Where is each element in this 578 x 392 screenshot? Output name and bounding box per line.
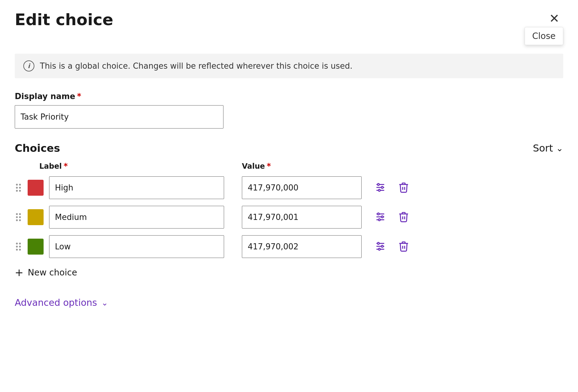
choice-label-input[interactable]	[49, 235, 224, 258]
info-banner: i This is a global choice. Changes will …	[15, 54, 563, 78]
display-name-label: Display name *	[15, 92, 563, 101]
choice-delete-button[interactable]	[396, 239, 411, 255]
svg-point-16	[381, 245, 383, 247]
advanced-options-chevron-icon: ⌄	[101, 298, 108, 307]
choices-header: Choices Sort ⌄	[15, 142, 563, 154]
label-column-header: Label *	[39, 162, 217, 171]
value-required-star: *	[267, 162, 271, 171]
choice-rows-container	[15, 176, 563, 258]
value-column-header: Value *	[242, 162, 271, 171]
choice-label-input[interactable]	[49, 206, 224, 229]
choice-label-input[interactable]	[49, 176, 224, 199]
plus-icon: +	[15, 267, 24, 278]
info-banner-text: This is a global choice. Changes will be…	[40, 61, 352, 71]
svg-point-15	[378, 242, 379, 244]
svg-point-10	[381, 216, 383, 217]
choice-delete-button[interactable]	[396, 180, 411, 196]
choice-value-input[interactable]	[242, 176, 362, 199]
sort-chevron-icon: ⌄	[556, 143, 563, 153]
choices-columns-header: Label * Value *	[15, 162, 563, 171]
svg-point-17	[378, 248, 380, 250]
svg-point-5	[378, 189, 380, 191]
edit-choice-dialog: Edit choice ✕ Close i This is a global c…	[0, 0, 578, 392]
close-x-button[interactable]: ✕	[547, 11, 562, 26]
close-tooltip: Close	[525, 27, 563, 45]
color-swatch[interactable]	[28, 180, 44, 196]
choice-row	[15, 176, 563, 199]
sort-button[interactable]: Sort ⌄	[533, 142, 563, 154]
drag-handle[interactable]	[15, 212, 22, 222]
advanced-options-button[interactable]: Advanced options ⌄	[15, 295, 108, 310]
choice-value-input[interactable]	[242, 206, 362, 229]
choice-value-input[interactable]	[242, 235, 362, 258]
drag-handle[interactable]	[15, 183, 22, 193]
svg-point-11	[378, 219, 380, 221]
label-required-star: *	[64, 162, 68, 171]
info-icon: i	[23, 60, 34, 71]
choice-config-button[interactable]	[373, 180, 388, 196]
dialog-header: Edit choice ✕ Close	[15, 11, 563, 45]
choice-row	[15, 206, 563, 229]
new-choice-button[interactable]: + New choice	[15, 265, 77, 280]
display-name-section: Display name *	[15, 92, 563, 129]
choices-section: Choices Sort ⌄ Label * Value *	[15, 142, 563, 280]
svg-point-4	[381, 186, 383, 188]
required-star: *	[77, 92, 81, 101]
dialog-title: Edit choice	[15, 11, 113, 29]
choices-title: Choices	[15, 142, 60, 154]
drag-handle[interactable]	[15, 241, 22, 252]
color-swatch[interactable]	[28, 239, 44, 255]
choice-delete-button[interactable]	[396, 209, 411, 225]
choice-row	[15, 235, 563, 258]
choice-config-button[interactable]	[373, 239, 388, 255]
choice-config-button[interactable]	[373, 209, 388, 225]
svg-point-3	[378, 183, 379, 185]
display-name-input[interactable]	[15, 105, 223, 129]
svg-point-9	[378, 213, 379, 215]
color-swatch[interactable]	[28, 209, 44, 225]
close-button-area: ✕ Close	[525, 11, 563, 45]
